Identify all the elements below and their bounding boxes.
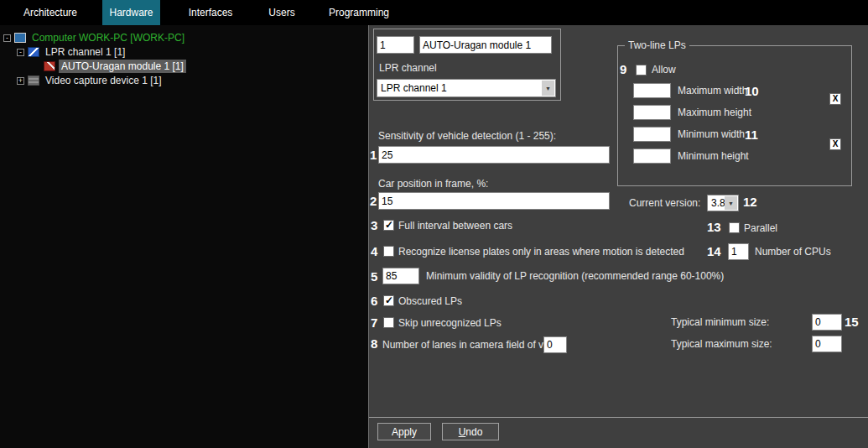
sensitivity-field[interactable] — [378, 146, 610, 164]
tab-users[interactable]: Users — [252, 0, 311, 25]
chevron-down-icon[interactable] — [542, 81, 554, 96]
typical-max-size-label: Typical maximum size: — [671, 338, 772, 350]
motion-areas-checkbox[interactable] — [383, 246, 394, 257]
tab-hardware[interactable]: Hardware — [102, 0, 160, 25]
tab-architecture[interactable]: Architecture — [8, 0, 92, 25]
lpr-channel-selected-value: LPR channel 1 — [381, 82, 447, 94]
callout-9: 9 — [620, 62, 626, 76]
allow-label: Allow — [652, 64, 676, 76]
car-position-field[interactable] — [378, 192, 610, 210]
module-icon — [44, 61, 55, 71]
min-height-label: Minimum height — [678, 150, 749, 162]
callout-14: 14 — [707, 244, 721, 258]
callout-12: 12 — [743, 195, 757, 209]
lanes-label: Number of lanes in camera field of view: — [382, 339, 561, 351]
max-width-field[interactable] — [633, 83, 671, 98]
tree-item-computer[interactable]: - Computer WORK-PC [WORK-PC] — [3, 31, 187, 44]
tab-interfaces[interactable]: Interfaces — [170, 0, 251, 25]
tree-item-lpr-channel[interactable]: - LPR channel 1 [1] — [17, 45, 127, 59]
collapse-icon[interactable]: - — [17, 49, 24, 56]
clear-max-size-button[interactable]: X — [829, 93, 841, 105]
callout-8: 8 — [371, 336, 377, 351]
callout-2: 2 — [370, 194, 377, 208]
car-position-label: Car position in frame, %: — [378, 178, 488, 190]
tree-item-video-capture[interactable]: + Video capture device 1 [1] — [17, 74, 164, 87]
max-height-field[interactable] — [633, 105, 671, 120]
device-tree-panel: - Computer WORK-PC [WORK-PC] - LPR chann… — [0, 25, 369, 448]
sensitivity-label: Sensitivity of vehicle detection (1 - 25… — [378, 130, 556, 142]
clear-min-size-button[interactable]: X — [829, 138, 841, 150]
min-width-field[interactable] — [633, 127, 671, 142]
min-validity-field[interactable] — [382, 268, 419, 284]
max-height-label: Maximum height — [678, 107, 751, 118]
two-line-lps-title: Two-line LPs — [625, 39, 689, 51]
skip-unrecognized-label: Skip unrecognized LPs — [398, 317, 502, 329]
tree-item-label: Computer WORK-PC [WORK-PC] — [29, 31, 187, 44]
parallel-label: Parallel — [744, 222, 777, 234]
current-version-label: Current version: — [629, 197, 700, 209]
min-height-field[interactable] — [633, 148, 671, 164]
lpr-channel-select[interactable]: LPR channel 1 — [377, 79, 556, 97]
callout-6: 6 — [371, 294, 377, 308]
typical-min-size-field[interactable] — [812, 314, 842, 331]
lpr-channel-label: LPR channel — [379, 62, 437, 74]
callout-15: 15 — [845, 315, 859, 329]
chevron-down-icon[interactable] — [725, 196, 737, 210]
allow-checkbox[interactable] — [636, 65, 647, 76]
app-window: Architecture Hardware Interfaces Users P… — [0, 0, 868, 448]
max-width-label: Maximum width — [678, 85, 747, 96]
callout-10: 10 — [745, 84, 759, 98]
callout-11: 11 — [745, 128, 758, 142]
module-name-field[interactable] — [419, 36, 552, 54]
cpus-field[interactable] — [728, 243, 749, 260]
callout-1: 1 — [370, 148, 377, 162]
collapse-icon[interactable]: - — [3, 34, 11, 42]
video-capture-icon — [28, 76, 39, 86]
min-validity-label: Minimum validity of LP recognition (reco… — [426, 270, 724, 282]
apply-button[interactable]: Apply — [377, 423, 431, 440]
computer-icon — [14, 33, 26, 43]
callout-3: 3 — [371, 218, 377, 232]
lanes-field[interactable] — [543, 336, 567, 353]
undo-button[interactable]: Undo — [442, 423, 499, 440]
module-number-field[interactable] — [377, 36, 414, 54]
callout-7: 7 — [371, 315, 377, 330]
typical-min-size-label: Typical minimum size: — [671, 316, 769, 328]
current-version-value: 3.8 — [711, 197, 725, 209]
tree-item-label: LPR channel 1 [1] — [43, 45, 127, 59]
tree-item-uragan-module[interactable]: AUTO-Uragan module 1 [1] — [44, 60, 186, 73]
typical-max-size-field[interactable] — [812, 336, 842, 352]
footer-divider — [369, 417, 868, 418]
tree-item-label: AUTO-Uragan module 1 [1] — [59, 60, 186, 73]
callout-13: 13 — [707, 220, 721, 234]
motion-areas-label: Recognize license plates only in areas w… — [398, 246, 684, 258]
expand-icon[interactable]: + — [17, 77, 24, 85]
current-version-select[interactable]: 3.8 — [707, 195, 739, 211]
full-interval-label: Full interval between cars — [398, 220, 512, 232]
tree-item-label: Video capture device 1 [1] — [43, 74, 164, 87]
full-interval-checkbox[interactable] — [383, 220, 394, 231]
tab-programming[interactable]: Programming — [321, 0, 397, 25]
top-tab-bar: Architecture Hardware Interfaces Users P… — [0, 0, 868, 25]
callout-4: 4 — [371, 244, 377, 258]
callout-5: 5 — [371, 269, 377, 284]
obscured-lps-checkbox[interactable] — [383, 295, 394, 306]
min-width-label: Minimum width — [678, 128, 745, 140]
parallel-checkbox[interactable] — [729, 222, 740, 233]
lpr-channel-icon — [28, 47, 39, 57]
module-settings-panel: LPR channel LPR channel 1 Two-line LPs 9… — [369, 25, 868, 448]
cpus-label: Number of CPUs — [755, 246, 831, 258]
obscured-lps-label: Obscured LPs — [398, 295, 462, 307]
skip-unrecognized-checkbox[interactable] — [383, 317, 394, 328]
